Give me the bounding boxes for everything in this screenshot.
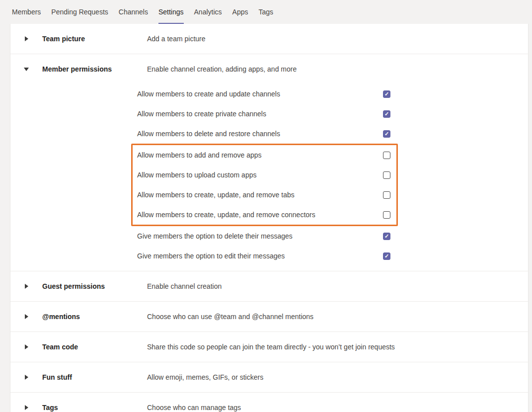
section-mentions: @mentions Choose who can use @team and @… [10,301,528,331]
checkbox-create-update-remove-tabs[interactable]: ✓ [383,191,390,199]
option-add-remove-apps: Allow members to add and remove apps ✓ [137,145,390,165]
chevron-down-icon [22,68,30,71]
section-tags-header[interactable]: Tags Choose who can manage tags [10,393,528,412]
checkbox-create-update-channels[interactable]: ✓ [383,90,390,98]
option-label: Allow members to upload custom apps [137,171,256,179]
section-tags: Tags Choose who can manage tags [10,392,528,412]
section-guest-permissions-header[interactable]: Guest permissions Enable channel creatio… [10,271,528,301]
option-label: Allow members to delete and restore chan… [137,130,280,138]
chevron-right-icon [22,314,30,319]
option-label: Allow members to create private channels [137,110,266,118]
checkbox-create-private-channels[interactable]: ✓ [383,110,390,118]
chevron-right-icon [22,405,30,410]
check-icon: ✓ [384,91,389,97]
option-create-update-channels: Allow members to create and update chann… [137,84,390,104]
option-label: Allow members to create, update, and rem… [137,191,295,199]
option-create-private-channels: Allow members to create private channels… [137,104,390,124]
section-description: Share this code so people can join the t… [147,343,395,351]
section-title: Member permissions [42,65,147,73]
section-team-picture-header[interactable]: Team picture Add a team picture [10,24,528,54]
chevron-right-icon [22,36,30,41]
tab-pending-requests[interactable]: Pending Requests [51,0,108,24]
option-edit-their-messages: Give members the option to edit their me… [137,246,390,266]
option-label: Allow members to create and update chann… [137,90,280,98]
option-label: Allow members to add and remove apps [137,151,262,159]
chevron-right-icon [22,284,30,289]
tab-channels[interactable]: Channels [119,0,148,24]
section-description: Enable channel creation [147,282,222,290]
check-icon: ✓ [384,131,389,137]
section-member-permissions: Member permissions Enable channel creati… [10,54,528,271]
checkbox-delete-their-messages[interactable]: ✓ [383,233,390,240]
option-label: Allow members to create, update, and rem… [137,211,315,219]
checkbox-delete-restore-channels[interactable]: ✓ [383,130,390,138]
highlight-annotation: Allow members to add and remove apps ✓ A… [131,144,398,226]
section-description: Choose who can use @team and @channel me… [147,313,313,321]
settings-panel: Team picture Add a team picture Member p… [10,24,529,412]
option-label: Give members the option to edit their me… [137,252,285,260]
check-icon: ✓ [384,253,389,259]
section-team-code: Team code Share this code so people can … [10,331,528,362]
section-team-code-header[interactable]: Team code Share this code so people can … [10,332,528,362]
tab-tags[interactable]: Tags [258,0,273,24]
section-title: Fun stuff [42,373,147,381]
checkbox-create-update-remove-connectors[interactable]: ✓ [383,211,390,219]
chevron-right-icon [22,344,30,349]
checkbox-add-remove-apps[interactable]: ✓ [383,152,390,159]
section-mentions-header[interactable]: @mentions Choose who can use @team and @… [10,302,528,331]
tab-members[interactable]: Members [12,0,41,24]
section-description: Allow emoji, memes, GIFs, or stickers [147,373,263,381]
check-icon: ✓ [384,234,389,239]
member-permissions-options: Allow members to create and update chann… [137,84,390,271]
option-delete-restore-channels: Allow members to delete and restore chan… [137,124,390,144]
option-delete-their-messages: Give members the option to delete their … [137,226,390,246]
option-upload-custom-apps: Allow members to upload custom apps ✓ [137,165,390,185]
check-icon: ✓ [384,111,389,117]
tab-settings[interactable]: Settings [158,0,184,24]
section-title: Team code [42,343,147,351]
section-guest-permissions: Guest permissions Enable channel creatio… [10,271,528,301]
section-team-picture: Team picture Add a team picture [10,24,528,54]
section-fun-stuff: Fun stuff Allow emoji, memes, GIFs, or s… [10,362,528,392]
option-label: Give members the option to delete their … [137,232,293,240]
section-title: Team picture [42,35,147,43]
chevron-right-icon [22,375,30,380]
section-member-permissions-header[interactable]: Member permissions Enable channel creati… [10,54,528,84]
section-title: Guest permissions [42,282,147,290]
tab-analytics[interactable]: Analytics [194,0,222,24]
section-description: Choose who can manage tags [147,404,241,412]
tab-apps[interactable]: Apps [232,0,248,24]
option-create-update-remove-connectors: Allow members to create, update, and rem… [137,205,390,225]
tab-bar: Members Pending Requests Channels Settin… [0,0,532,24]
section-title: Tags [42,404,147,412]
section-fun-stuff-header[interactable]: Fun stuff Allow emoji, memes, GIFs, or s… [10,362,528,392]
section-description: Enable channel creation, adding apps, an… [147,65,297,73]
section-description: Add a team picture [147,35,206,43]
checkbox-upload-custom-apps[interactable]: ✓ [383,171,390,179]
option-create-update-remove-tabs: Allow members to create, update, and rem… [137,185,390,205]
section-title: @mentions [42,313,147,321]
checkbox-edit-their-messages[interactable]: ✓ [383,252,390,260]
